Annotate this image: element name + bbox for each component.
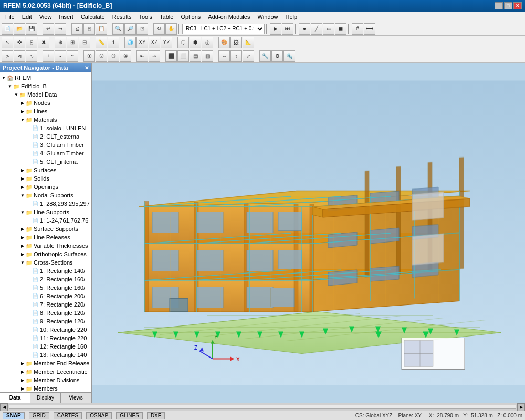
pan-button[interactable]: ✋ (165, 23, 177, 35)
tb3-btn15[interactable]: ▤ (190, 50, 201, 62)
tb3-btn2[interactable]: ⊲ (14, 50, 25, 62)
select-button[interactable]: ↖ (2, 37, 13, 48)
transparent-button[interactable]: ◎ (202, 37, 213, 48)
tb3-btn12[interactable]: ⇥ (149, 50, 160, 62)
cartes-button[interactable]: CARTES (54, 412, 82, 419)
tb3-btn17[interactable]: ↔ (218, 50, 230, 62)
tree-item-cs5[interactable]: 📄5: Rectangle 160/ (0, 284, 91, 292)
tb3-btn21[interactable]: ⚙ (271, 50, 283, 62)
tree-item-cs12[interactable]: 📄12: Rectangle 160 (0, 342, 91, 351)
glines-button[interactable]: GLINES (116, 412, 143, 419)
tree-item-mat3[interactable]: 📄3: Glulam Timber (0, 141, 91, 149)
nav-tab-views[interactable]: Views (61, 393, 91, 403)
print-button[interactable]: 🖨 (71, 23, 83, 35)
tb3-btn7[interactable]: ① (83, 50, 95, 62)
tree-item-cs8[interactable]: 📄8: Rectangle 120/ (0, 309, 91, 317)
tb3-btn3[interactable]: ∿ (26, 50, 37, 62)
tree-item-cs6[interactable]: 📄6: Rectangle 200/ (0, 292, 91, 300)
solid-render-button[interactable]: ⬢ (190, 37, 201, 48)
nav-tree[interactable]: ▼🏠RFEM▼📁Edificio_B▼📁Model Data▶📁Nodes▶📁L… (0, 72, 91, 392)
tb3-btn9[interactable]: ③ (108, 50, 119, 62)
maximize-button[interactable]: □ (504, 2, 512, 9)
tree-item-orthotropic_surfaces[interactable]: ▶📁Orthotropic Surfaces (0, 250, 91, 258)
tb3-btn4[interactable]: + (43, 50, 54, 62)
zoom-fit-button[interactable]: ⊡ (136, 23, 148, 35)
scroll-left-button[interactable]: ◀ (0, 403, 8, 411)
tree-item-variable_thicknesses[interactable]: ▶📁Variable Thicknesses (0, 242, 91, 250)
tb3-btn13[interactable]: ⬛ (165, 50, 177, 62)
tree-item-mat5[interactable]: 📄5: CLT_interna (0, 158, 91, 166)
viewyz-button[interactable]: YZ (161, 37, 172, 48)
tree-item-lines[interactable]: ▶📁Lines (0, 107, 91, 116)
zoom-out-button[interactable]: 🔎 (124, 23, 136, 35)
tree-item-cs11[interactable]: 📄11: Rectangle 220 (0, 334, 91, 342)
surface-button[interactable]: ▭ (323, 23, 334, 35)
grid-button[interactable]: GRID (29, 412, 49, 419)
tree-item-member_divisions[interactable]: ▶📁Member Divisions (0, 376, 91, 384)
tree-item-member_eccentricity[interactable]: ▶📁Member Eccentricitie (0, 368, 91, 376)
solid-button[interactable]: ◼ (335, 23, 346, 35)
tree-item-cross_sections[interactable]: ▼📁Cross-Sections (0, 258, 91, 267)
tb3-btn5[interactable]: - (55, 50, 66, 62)
tree-item-cs10[interactable]: 📄10: Rectangle 220 (0, 326, 91, 334)
tree-item-materials[interactable]: ▼📁Materials (0, 116, 91, 124)
tree-item-line_supports[interactable]: ▼📁Line Supports (0, 208, 91, 216)
dimension-button[interactable]: ⟷ (364, 23, 375, 35)
tree-item-cs13[interactable]: 📄13: Rectangle 140 (0, 351, 91, 359)
menu-help[interactable]: Help (282, 13, 301, 21)
tb3-btn8[interactable]: ② (96, 50, 107, 62)
step-button[interactable]: ⏭ (282, 23, 293, 35)
h-scroll-track[interactable] (9, 405, 516, 409)
menu-file[interactable]: File (2, 13, 18, 21)
tree-item-solids[interactable]: ▶📁Solids (0, 174, 91, 183)
tree-item-line_releases[interactable]: ▶📁Line Releases (0, 233, 91, 242)
menu-insert[interactable]: Insert (56, 13, 77, 21)
move-button[interactable]: ✜ (14, 37, 25, 48)
tree-item-ls1[interactable]: 📄1: 1-24,761,762,76 (0, 216, 91, 225)
paste-button[interactable]: 📋 (96, 23, 107, 35)
viewxz-button[interactable]: XZ (149, 37, 160, 48)
open-button[interactable]: 📂 (14, 23, 25, 35)
menu-window[interactable]: Window (254, 13, 281, 21)
menu-options[interactable]: Options (177, 13, 204, 21)
tree-item-model_data[interactable]: ▼📁Model Data (0, 90, 91, 99)
redo-button[interactable]: ↪ (55, 23, 66, 35)
node-button[interactable]: ● (299, 23, 310, 35)
tb3-btn20[interactable]: 🔧 (259, 50, 271, 62)
snap-button[interactable]: SNAP (3, 412, 25, 419)
snap-line-button[interactable]: ⊞ (67, 37, 78, 48)
tree-item-edificio_b[interactable]: ▼📁Edificio_B (0, 82, 91, 90)
menu-table[interactable]: Table (156, 13, 176, 21)
zoom-in-button[interactable]: 🔍 (112, 23, 124, 35)
snap-node-button[interactable]: ⊕ (55, 37, 66, 48)
tree-item-cs7[interactable]: 📄7: Rectangle 220/ (0, 300, 91, 309)
tb3-btn6[interactable]: ~ (67, 50, 78, 62)
menu-tools[interactable]: Tools (135, 13, 155, 21)
delete-button[interactable]: ✖ (38, 37, 49, 48)
render2-button[interactable]: 🖼 (230, 37, 242, 48)
viewxy-button[interactable]: XY (136, 37, 148, 48)
rotate-button[interactable]: ↻ (153, 23, 165, 35)
tb3-btn10[interactable]: ④ (120, 50, 131, 62)
menu-view[interactable]: View (36, 13, 55, 21)
osnap-button[interactable]: OSNAP (86, 412, 112, 419)
tree-item-nodal_supports[interactable]: ▼📁Nodal Supports (0, 191, 91, 200)
menu-results[interactable]: Results (109, 13, 135, 21)
load-case-dropdown[interactable]: RC3 - LC1 + LC2 + RC1 + 0.: (182, 24, 265, 34)
new-button[interactable]: 📄 (2, 23, 13, 35)
undo-button[interactable]: ↩ (43, 23, 54, 35)
line-button[interactable]: ╱ (311, 23, 322, 35)
copy2-button[interactable]: ⎘ (26, 37, 37, 48)
tree-item-cs1[interactable]: 📄1: Rectangle 140/ (0, 267, 91, 275)
tb3-btn1[interactable]: ⊳ (2, 50, 13, 62)
tree-item-cs2[interactable]: 📄2: Rectangle 160/ (0, 275, 91, 284)
nav-close-button[interactable]: ✕ (85, 65, 89, 71)
menu-addon[interactable]: Add-on Modules (205, 13, 253, 21)
info-button[interactable]: ℹ (108, 37, 119, 48)
tree-item-cs9[interactable]: 📄9: Rectangle 120/ (0, 317, 91, 326)
tree-item-member_end_release[interactable]: ▶📁Member End Release (0, 359, 91, 368)
save-button[interactable]: 💾 (26, 23, 37, 35)
tree-item-nodes[interactable]: ▶📁Nodes (0, 99, 91, 107)
tree-item-mat2[interactable]: 📄2: CLT_esterna (0, 132, 91, 141)
tb3-btn16[interactable]: ▥ (202, 50, 213, 62)
